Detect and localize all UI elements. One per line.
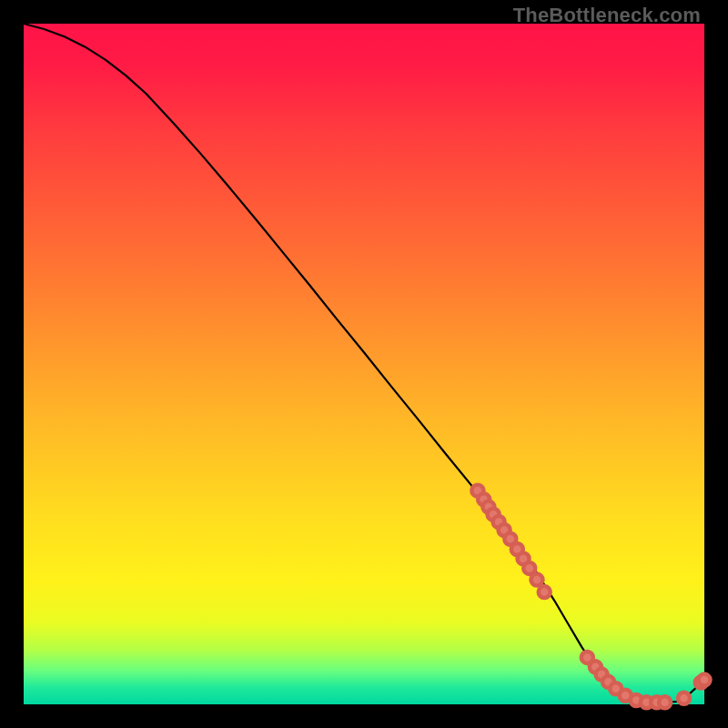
data-point bbox=[698, 674, 710, 686]
bottleneck-curve bbox=[24, 24, 704, 703]
data-point bbox=[678, 693, 690, 704]
chart-overlay bbox=[24, 24, 704, 704]
data-point bbox=[539, 586, 551, 598]
chart-frame: TheBottleneck.com bbox=[0, 0, 728, 728]
data-point bbox=[523, 562, 535, 574]
data-markers bbox=[471, 485, 710, 709]
data-point bbox=[659, 696, 671, 708]
data-point bbox=[531, 574, 542, 586]
